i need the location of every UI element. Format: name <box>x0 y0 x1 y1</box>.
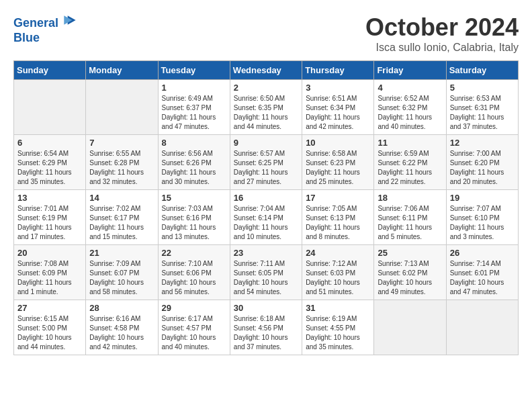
calendar-cell: 13Sunrise: 7:01 AM Sunset: 6:19 PM Dayli… <box>14 190 86 245</box>
calendar-cell: 31Sunrise: 6:19 AM Sunset: 4:55 PM Dayli… <box>302 300 374 355</box>
calendar-cell: 15Sunrise: 7:03 AM Sunset: 6:16 PM Dayli… <box>158 190 230 245</box>
calendar-cell: 20Sunrise: 7:08 AM Sunset: 6:09 PM Dayli… <box>14 245 86 300</box>
day-header-monday: Monday <box>86 61 158 80</box>
day-number: 17 <box>306 193 370 203</box>
day-number: 3 <box>306 83 370 93</box>
calendar-cell: 16Sunrise: 7:04 AM Sunset: 6:14 PM Dayli… <box>230 190 302 245</box>
day-info: Sunrise: 6:55 AM Sunset: 6:28 PM Dayligh… <box>89 149 154 187</box>
day-number: 5 <box>450 83 515 93</box>
calendar-cell: 5Sunrise: 6:53 AM Sunset: 6:31 PM Daylig… <box>446 80 518 135</box>
calendar-cell: 6Sunrise: 6:54 AM Sunset: 6:29 PM Daylig… <box>14 135 86 190</box>
day-info: Sunrise: 6:19 AM Sunset: 4:55 PM Dayligh… <box>306 314 370 352</box>
logo-text: General <box>13 13 77 31</box>
day-number: 21 <box>89 248 154 258</box>
day-number: 12 <box>450 138 515 148</box>
month-title: October 2024 <box>365 13 519 42</box>
day-number: 2 <box>234 83 298 93</box>
calendar-header-row: SundayMondayTuesdayWednesdayThursdayFrid… <box>14 61 519 80</box>
day-info: Sunrise: 7:04 AM Sunset: 6:14 PM Dayligh… <box>234 204 298 242</box>
day-number: 4 <box>378 83 442 93</box>
day-number: 31 <box>306 303 370 313</box>
calendar-cell: 10Sunrise: 6:58 AM Sunset: 6:23 PM Dayli… <box>302 135 374 190</box>
logo-icon <box>63 13 77 27</box>
day-number: 23 <box>234 248 298 258</box>
day-info: Sunrise: 6:53 AM Sunset: 6:31 PM Dayligh… <box>450 94 515 132</box>
day-number: 11 <box>378 138 442 148</box>
logo: General Blue <box>13 13 77 45</box>
calendar-cell: 2Sunrise: 6:50 AM Sunset: 6:35 PM Daylig… <box>230 80 302 135</box>
calendar-cell: 7Sunrise: 6:55 AM Sunset: 6:28 PM Daylig… <box>86 135 158 190</box>
day-info: Sunrise: 7:05 AM Sunset: 6:13 PM Dayligh… <box>306 204 370 242</box>
day-info: Sunrise: 6:17 AM Sunset: 4:57 PM Dayligh… <box>162 314 226 352</box>
calendar-week-2: 13Sunrise: 7:01 AM Sunset: 6:19 PM Dayli… <box>14 190 519 245</box>
day-info: Sunrise: 6:18 AM Sunset: 4:56 PM Dayligh… <box>234 314 298 352</box>
day-info: Sunrise: 6:15 AM Sunset: 5:00 PM Dayligh… <box>17 314 82 352</box>
day-info: Sunrise: 7:03 AM Sunset: 6:16 PM Dayligh… <box>162 204 226 242</box>
calendar-cell: 25Sunrise: 7:13 AM Sunset: 6:02 PM Dayli… <box>374 245 446 300</box>
calendar-cell: 18Sunrise: 7:06 AM Sunset: 6:11 PM Dayli… <box>374 190 446 245</box>
calendar-week-1: 6Sunrise: 6:54 AM Sunset: 6:29 PM Daylig… <box>14 135 519 190</box>
day-number: 22 <box>162 248 226 258</box>
calendar-cell: 23Sunrise: 7:11 AM Sunset: 6:05 PM Dayli… <box>230 245 302 300</box>
day-info: Sunrise: 7:14 AM Sunset: 6:01 PM Dayligh… <box>450 259 515 297</box>
calendar-cell: 8Sunrise: 6:56 AM Sunset: 6:26 PM Daylig… <box>158 135 230 190</box>
day-number: 20 <box>17 248 82 258</box>
calendar-week-3: 20Sunrise: 7:08 AM Sunset: 6:09 PM Dayli… <box>14 245 519 300</box>
calendar-week-0: 1Sunrise: 6:49 AM Sunset: 6:37 PM Daylig… <box>14 80 519 135</box>
day-info: Sunrise: 6:16 AM Sunset: 4:58 PM Dayligh… <box>89 314 154 352</box>
day-number: 8 <box>162 138 226 148</box>
day-number: 1 <box>162 83 226 93</box>
calendar-body: 1Sunrise: 6:49 AM Sunset: 6:37 PM Daylig… <box>14 80 519 355</box>
calendar-cell: 29Sunrise: 6:17 AM Sunset: 4:57 PM Dayli… <box>158 300 230 355</box>
calendar-cell <box>14 80 86 135</box>
calendar-cell: 17Sunrise: 7:05 AM Sunset: 6:13 PM Dayli… <box>302 190 374 245</box>
day-number: 14 <box>89 193 154 203</box>
day-number: 13 <box>17 193 82 203</box>
calendar-cell: 22Sunrise: 7:10 AM Sunset: 6:06 PM Dayli… <box>158 245 230 300</box>
day-number: 28 <box>89 303 154 313</box>
calendar-cell: 19Sunrise: 7:07 AM Sunset: 6:10 PM Dayli… <box>446 190 518 245</box>
day-header-wednesday: Wednesday <box>230 61 302 80</box>
day-number: 7 <box>89 138 154 148</box>
day-info: Sunrise: 7:08 AM Sunset: 6:09 PM Dayligh… <box>17 259 82 297</box>
page-header: General Blue October 2024 Isca sullo Ion… <box>13 13 519 54</box>
day-header-friday: Friday <box>374 61 446 80</box>
day-header-saturday: Saturday <box>446 61 518 80</box>
calendar-cell: 14Sunrise: 7:02 AM Sunset: 6:17 PM Dayli… <box>86 190 158 245</box>
day-info: Sunrise: 7:12 AM Sunset: 6:03 PM Dayligh… <box>306 259 370 297</box>
calendar-table: SundayMondayTuesdayWednesdayThursdayFrid… <box>13 60 519 355</box>
day-info: Sunrise: 7:01 AM Sunset: 6:19 PM Dayligh… <box>17 204 82 242</box>
calendar-cell: 9Sunrise: 6:57 AM Sunset: 6:25 PM Daylig… <box>230 135 302 190</box>
day-info: Sunrise: 6:49 AM Sunset: 6:37 PM Dayligh… <box>162 94 226 132</box>
day-header-tuesday: Tuesday <box>158 61 230 80</box>
calendar-week-4: 27Sunrise: 6:15 AM Sunset: 5:00 PM Dayli… <box>14 300 519 355</box>
day-number: 24 <box>306 248 370 258</box>
calendar-cell: 4Sunrise: 6:52 AM Sunset: 6:32 PM Daylig… <box>374 80 446 135</box>
calendar-cell: 1Sunrise: 6:49 AM Sunset: 6:37 PM Daylig… <box>158 80 230 135</box>
calendar-cell: 26Sunrise: 7:14 AM Sunset: 6:01 PM Dayli… <box>446 245 518 300</box>
day-number: 29 <box>162 303 226 313</box>
calendar-cell <box>374 300 446 355</box>
day-info: Sunrise: 6:51 AM Sunset: 6:34 PM Dayligh… <box>306 94 370 132</box>
location-subtitle: Isca sullo Ionio, Calabria, Italy <box>365 42 519 54</box>
day-number: 26 <box>450 248 515 258</box>
day-info: Sunrise: 7:11 AM Sunset: 6:05 PM Dayligh… <box>234 259 298 297</box>
day-info: Sunrise: 6:52 AM Sunset: 6:32 PM Dayligh… <box>378 94 442 132</box>
day-info: Sunrise: 6:50 AM Sunset: 6:35 PM Dayligh… <box>234 94 298 132</box>
day-info: Sunrise: 7:10 AM Sunset: 6:06 PM Dayligh… <box>162 259 226 297</box>
day-number: 16 <box>234 193 298 203</box>
day-number: 30 <box>234 303 298 313</box>
calendar-cell: 21Sunrise: 7:09 AM Sunset: 6:07 PM Dayli… <box>86 245 158 300</box>
day-info: Sunrise: 7:02 AM Sunset: 6:17 PM Dayligh… <box>89 204 154 242</box>
day-info: Sunrise: 7:06 AM Sunset: 6:11 PM Dayligh… <box>378 204 442 242</box>
day-header-sunday: Sunday <box>14 61 86 80</box>
calendar-cell: 11Sunrise: 6:59 AM Sunset: 6:22 PM Dayli… <box>374 135 446 190</box>
day-number: 10 <box>306 138 370 148</box>
day-info: Sunrise: 6:58 AM Sunset: 6:23 PM Dayligh… <box>306 149 370 187</box>
day-info: Sunrise: 7:13 AM Sunset: 6:02 PM Dayligh… <box>378 259 442 297</box>
calendar-cell <box>86 80 158 135</box>
day-info: Sunrise: 7:07 AM Sunset: 6:10 PM Dayligh… <box>450 204 515 242</box>
title-block: October 2024 Isca sullo Ionio, Calabria,… <box>365 13 519 54</box>
calendar-cell <box>446 300 518 355</box>
calendar-cell: 27Sunrise: 6:15 AM Sunset: 5:00 PM Dayli… <box>14 300 86 355</box>
